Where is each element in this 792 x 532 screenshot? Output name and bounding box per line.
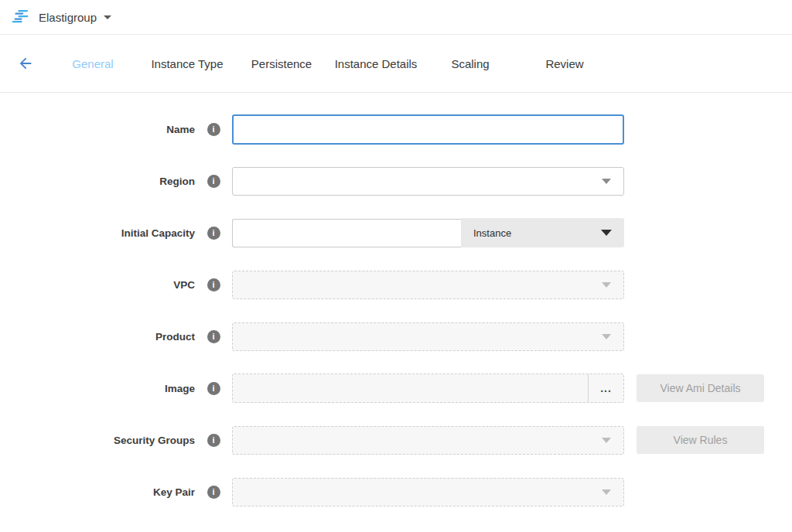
info-icon[interactable]	[207, 278, 220, 292]
app-header: Elastigroup	[0, 0, 792, 35]
vpc-row: VPC	[0, 270, 792, 299]
tab-review[interactable]: Review	[517, 57, 612, 70]
wizard-tab-bar: General Instance Type Persistence Instan…	[0, 35, 792, 93]
app-title[interactable]: Elastigroup	[39, 11, 97, 24]
general-settings-form: Name Region Initial Capacity Instance VP…	[0, 93, 792, 506]
info-icon[interactable]	[207, 123, 220, 136]
tab-instance-details[interactable]: Instance Details	[329, 57, 423, 70]
caret-down-icon	[601, 230, 612, 236]
key-pair-select	[232, 478, 624, 506]
image-value	[233, 374, 588, 402]
region-row: Region	[0, 166, 792, 196]
initial-capacity-label: Initial Capacity	[0, 227, 195, 239]
tab-general[interactable]: General	[46, 57, 140, 70]
product-label: Product	[0, 331, 195, 343]
vpc-label: VPC	[0, 279, 195, 291]
image-browse-button[interactable]: ...	[588, 374, 623, 402]
caret-down-icon	[602, 179, 611, 184]
tab-persistence[interactable]: Persistence	[234, 57, 329, 70]
key-pair-label: Key Pair	[0, 486, 195, 498]
info-icon[interactable]	[207, 330, 220, 343]
initial-capacity-input[interactable]	[232, 219, 461, 247]
region-label: Region	[0, 176, 195, 187]
capacity-unit-select[interactable]: Instance	[461, 218, 624, 247]
key-pair-row: Key Pair	[0, 477, 792, 506]
security-groups-row: Security Groups View Rules	[0, 425, 792, 455]
region-select[interactable]	[232, 167, 624, 196]
name-input[interactable]	[232, 114, 624, 145]
view-ami-details-button[interactable]: View Ami Details	[637, 374, 764, 402]
product-row: Product	[0, 322, 792, 351]
back-arrow-icon[interactable]	[17, 55, 34, 72]
info-icon[interactable]	[207, 434, 220, 447]
info-icon[interactable]	[207, 382, 220, 395]
vpc-select	[232, 271, 624, 299]
caret-down-icon	[602, 334, 611, 339]
capacity-unit-value: Instance	[473, 227, 511, 239]
tab-scaling[interactable]: Scaling	[423, 57, 517, 70]
name-row: Name	[0, 114, 792, 144]
view-rules-button[interactable]: View Rules	[637, 426, 764, 454]
image-label: Image	[0, 383, 195, 394]
caret-down-icon	[602, 282, 611, 288]
elastigroup-logo-icon	[12, 9, 32, 26]
tab-instance-type[interactable]: Instance Type	[140, 57, 234, 70]
product-select	[232, 322, 624, 351]
image-row: Image ... View Ami Details	[0, 373, 792, 403]
app-switcher-caret-icon[interactable]	[104, 15, 111, 19]
info-icon[interactable]	[207, 175, 220, 188]
caret-down-icon	[602, 438, 611, 443]
info-icon[interactable]	[207, 227, 220, 240]
caret-down-icon	[602, 489, 611, 495]
image-field: ...	[232, 373, 624, 403]
initial-capacity-row: Initial Capacity Instance	[0, 218, 792, 247]
security-groups-label: Security Groups	[0, 435, 195, 446]
security-groups-select	[232, 426, 624, 455]
info-icon[interactable]	[207, 486, 220, 499]
name-label: Name	[0, 124, 195, 135]
